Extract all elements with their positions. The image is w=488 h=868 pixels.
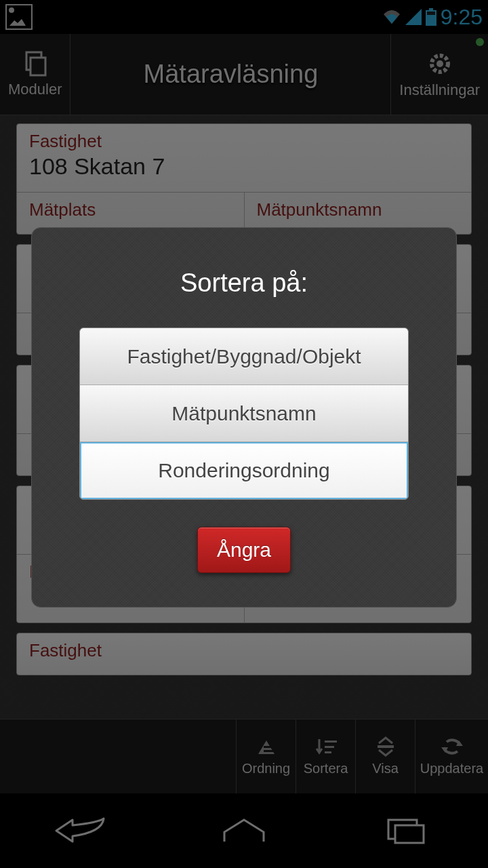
sort-option-list: Fastighet/Byggnad/Objekt Mätpunktsnamn R… — [79, 328, 409, 500]
sort-option-ronderingsordning[interactable]: Ronderingsordning — [80, 442, 408, 499]
sort-dialog: Sortera på: Fastighet/Byggnad/Objekt Mät… — [31, 227, 457, 608]
sort-option-matpunktsnamn[interactable]: Mätpunktsnamn — [80, 385, 408, 442]
cancel-button[interactable]: Ångra — [197, 527, 291, 573]
sort-option-fastighet[interactable]: Fastighet/Byggnad/Objekt — [80, 328, 408, 385]
dialog-title: Sortera på: — [79, 269, 409, 298]
